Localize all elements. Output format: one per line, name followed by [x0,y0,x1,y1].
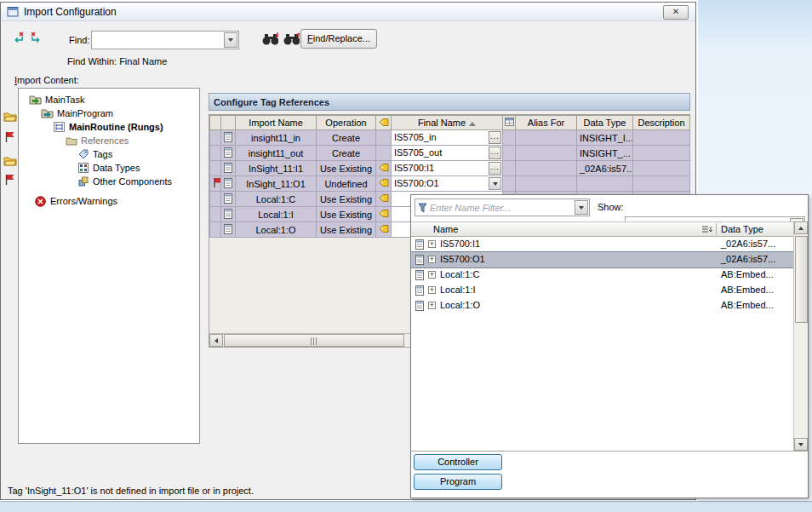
column-data-type[interactable]: Data Type [577,116,633,130]
operation-cell[interactable]: Use Existing [317,222,376,238]
import-name-cell[interactable]: Local:1:O [236,222,317,238]
tree-item-tags[interactable]: Tags [19,147,199,161]
filter-dropdown-button[interactable] [575,200,588,215]
final-name-cell[interactable]: IS5705_in... [392,130,503,146]
arrow-up-icon [798,227,803,230]
final-name-cell[interactable]: IS5705_out... [392,146,503,161]
scroll-down-button[interactable] [794,438,808,451]
column-final-name[interactable]: Final Name [392,116,503,130]
expand-icon[interactable]: + [428,286,436,294]
final-name-combo-cell[interactable]: IS5700:O1 [392,176,503,192]
tag-browser-popup: Show: All Tags Name Data Type + IS5700:I… [410,194,809,498]
tag-column-icon-header[interactable] [376,116,392,130]
errors-icon [34,196,47,207]
find-input[interactable] [94,32,223,48]
import-name-cell[interactable]: Local:1:I [236,207,317,222]
description-cell[interactable] [633,161,690,176]
list-item[interactable]: + IS5700:I1 _02A6:is57... [411,237,793,252]
find-dropdown-button[interactable] [224,32,237,48]
find-previous-button[interactable] [283,31,300,46]
tag-row-icon [221,207,236,222]
row-marker-cell[interactable] [210,192,221,207]
operation-cell[interactable]: Create [317,146,376,161]
import-name-cell[interactable]: Local:1:C [236,192,317,207]
sort-filter-icon[interactable] [701,225,712,236]
list-item[interactable]: + Local:1:C AB:Embed... [411,268,793,283]
list-item-selected[interactable]: + IS5700:O1 _02A6:is57... [411,252,793,268]
column-alias-for[interactable]: Alias For [516,116,577,130]
alias-for-cell[interactable] [516,146,577,161]
dialog-title: Import Configuration [24,6,117,18]
program-scope-button[interactable]: Program [414,474,502,490]
find-combobox[interactable] [91,31,239,49]
tree-item-errors-warnings[interactable]: Errors/Warnings [19,194,199,208]
find-next-button[interactable] [261,31,278,46]
operation-cell[interactable]: Create [317,130,376,146]
browse-button[interactable]: ... [489,131,501,144]
final-name-dropdown-button[interactable] [489,177,501,190]
scrollbar-thumb[interactable] [795,236,808,323]
tree-item-mainprogram[interactable]: MainProgram [19,106,199,120]
expand-icon[interactable]: + [428,302,436,309]
scrollbar-thumb[interactable] [224,334,404,347]
data-type-cell[interactable]: _02A6:is57... [577,161,633,176]
operation-cell[interactable]: Use Existing [317,161,376,176]
column-operation[interactable]: Operation [317,116,376,130]
operation-cell[interactable]: Use Existing [317,192,376,207]
import-name-cell[interactable]: InSight_11:I1 [236,161,317,176]
row-marker-cell[interactable] [210,207,221,222]
tree-item-maintask[interactable]: MainTask [19,93,199,106]
column-description[interactable]: Description [633,116,690,130]
tree-item-data-types[interactable]: Data Types [19,161,199,175]
tree-item-mainroutine[interactable]: MainRoutine (Rungs) [19,120,199,134]
alias-for-cell[interactable] [516,176,577,192]
find-replace-button[interactable]: Find/Replace... [300,29,377,49]
list-item[interactable]: + Local:1:I AB:Embed... [411,283,793,298]
data-type-cell[interactable] [577,176,633,192]
final-name-cell[interactable]: IS5700:I1... [392,161,503,176]
scroll-up-button[interactable] [794,221,808,234]
controller-scope-button[interactable]: Controller [414,454,502,470]
browser-column-data-type[interactable]: Data Type [721,224,763,234]
goto-next-marker-button[interactable] [28,29,45,44]
name-filter-combobox[interactable] [415,198,590,216]
tree-item-other-components[interactable]: Other Components [19,175,199,188]
row-marker-cell[interactable] [210,176,221,192]
task-icon [29,95,42,105]
expand-icon[interactable]: + [428,256,436,263]
import-name-cell[interactable]: insight11_out [236,146,317,161]
name-filter-input[interactable] [430,200,574,215]
browser-vertical-scrollbar[interactable] [793,221,808,451]
browse-button[interactable]: ... [489,147,501,159]
data-type-cell[interactable]: INSIGHT_I... [577,130,633,146]
tag-icon [415,270,424,282]
row-marker-cell[interactable] [210,130,221,146]
close-button[interactable]: ✕ [663,5,689,20]
expand-icon[interactable]: + [428,240,436,248]
operation-cell[interactable]: Use Existing [317,207,376,222]
expand-icon[interactable]: + [428,271,436,279]
browse-button[interactable]: ... [489,162,501,175]
column-import-name[interactable]: Import Name [236,116,317,130]
import-content-tree: MainTask MainProgram MainRoutine (Rungs)… [18,88,200,444]
description-cell[interactable] [633,130,690,146]
row-marker-cell[interactable] [210,161,221,176]
scroll-left-button[interactable] [209,334,223,347]
row-marker-cell[interactable] [210,222,221,238]
data-type-cell[interactable]: INSIGHT_... [577,146,633,161]
alias-for-cell[interactable] [516,130,577,146]
import-name-cell[interactable]: InSight_11:O1 [236,176,317,192]
tree-item-references[interactable]: References [19,134,199,147]
list-item[interactable]: + Local:1:O AB:Embed... [411,298,793,314]
description-cell[interactable] [633,176,690,192]
description-cell[interactable] [633,146,690,161]
table-row: InSight_11:I1 Use Existing IS5700:I1... … [210,161,690,176]
goto-prev-marker-button[interactable] [9,29,26,44]
operation-cell[interactable]: Undefined [317,176,376,192]
browser-column-name[interactable]: Name [433,224,458,234]
tag-icon [415,301,424,313]
row-marker-cell[interactable] [210,146,221,161]
grid-column-icon-header[interactable] [503,116,516,130]
alias-for-cell[interactable] [516,161,577,176]
import-name-cell[interactable]: insight11_in [236,130,317,146]
